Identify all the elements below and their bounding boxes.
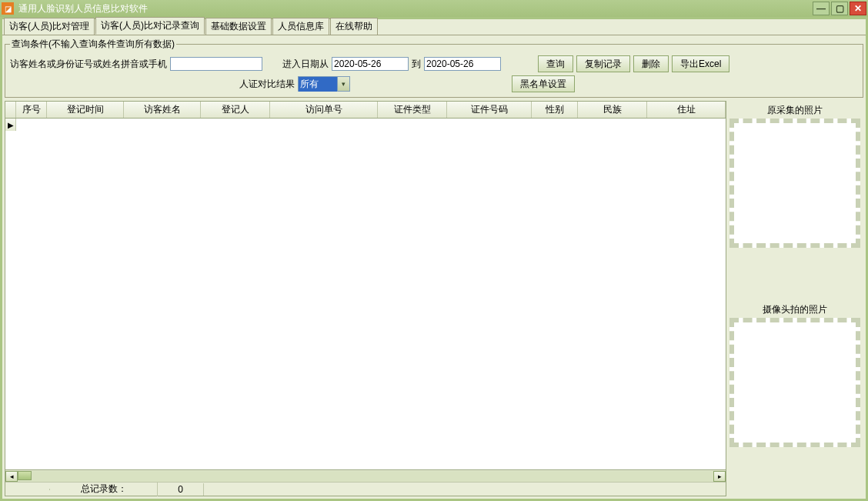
title-bar: ◪ 通用人脸识别人员信息比对软件 ― ▢ ✕ bbox=[0, 0, 868, 17]
scroll-right-button[interactable]: ▸ bbox=[713, 471, 726, 482]
result-label: 人证对比结果 bbox=[239, 78, 295, 91]
result-selected: 所有 bbox=[299, 77, 337, 92]
col-regtime[interactable]: 登记时间 bbox=[47, 102, 124, 118]
close-button[interactable]: ✕ bbox=[850, 2, 866, 15]
col-visit-no[interactable]: 访问单号 bbox=[270, 102, 378, 118]
tab-visitor-compare-manage[interactable]: 访客(人员)比对管理 bbox=[4, 18, 95, 35]
photo-panel: 原采集的照片 摄像头拍的照片 bbox=[726, 101, 863, 496]
col-address[interactable]: 住址 bbox=[647, 102, 726, 118]
window-title: 通用人脸识别人员信息比对软件 bbox=[18, 2, 811, 15]
name-input[interactable] bbox=[170, 57, 262, 71]
name-label: 访客姓名或身份证号或姓名拼音或手机 bbox=[10, 58, 167, 71]
delete-button[interactable]: 删除 bbox=[633, 55, 669, 72]
scroll-left-button[interactable]: ◂ bbox=[5, 471, 18, 482]
blacklist-button[interactable]: 黑名单设置 bbox=[512, 75, 575, 92]
col-id-type[interactable]: 证件类型 bbox=[378, 102, 447, 118]
minimize-button[interactable]: ― bbox=[813, 2, 830, 15]
scroll-thumb[interactable] bbox=[18, 471, 32, 480]
date-from-label: 进入日期从 bbox=[282, 58, 329, 71]
camera-photo-box bbox=[729, 318, 860, 447]
tab-person-info-db[interactable]: 人员信息库 bbox=[272, 18, 329, 35]
grid-statusbar: 总记录数： 0 bbox=[5, 482, 726, 496]
row-selector-header bbox=[5, 102, 16, 118]
tab-panel: 查询条件(不输入查询条件查询所有数据) 访客姓名或身份证号或姓名拼音或手机 进入… bbox=[2, 35, 866, 499]
original-photo-label: 原采集的照片 bbox=[729, 102, 860, 119]
grid-header: 序号 登记时间 访客姓名 登记人 访问单号 证件类型 证件号码 性别 民族 住址 bbox=[5, 102, 726, 119]
grid-body[interactable]: ▶ bbox=[5, 119, 726, 469]
tab-base-data-settings[interactable]: 基础数据设置 bbox=[205, 18, 272, 35]
data-grid[interactable]: 序号 登记时间 访客姓名 登记人 访问单号 证件类型 证件号码 性别 民族 住址… bbox=[5, 101, 726, 496]
client-area: 访客(人员)比对管理 访客(人员)比对记录查询 基础数据设置 人员信息库 在线帮… bbox=[2, 18, 866, 499]
current-row-indicator: ▶ bbox=[5, 119, 16, 131]
scroll-track[interactable] bbox=[18, 471, 713, 482]
original-photo-box bbox=[729, 119, 860, 248]
col-visitor-name[interactable]: 访客姓名 bbox=[124, 102, 201, 118]
export-excel-button[interactable]: 导出Excel bbox=[672, 55, 729, 72]
search-legend: 查询条件(不输入查询条件查询所有数据) bbox=[10, 38, 176, 51]
grid-hscrollbar[interactable]: ◂ ▸ bbox=[5, 469, 726, 482]
tab-online-help[interactable]: 在线帮助 bbox=[330, 18, 378, 35]
result-select[interactable]: 所有 ▾ bbox=[298, 76, 350, 92]
copy-record-button[interactable]: 复制记录 bbox=[576, 55, 630, 72]
total-records-label: 总记录数： bbox=[50, 482, 158, 496]
status-pad bbox=[5, 489, 50, 490]
camera-photo-label: 摄像头拍的照片 bbox=[729, 302, 860, 318]
query-button[interactable]: 查询 bbox=[538, 55, 573, 72]
col-seq[interactable]: 序号 bbox=[16, 102, 47, 118]
tab-strip: 访客(人员)比对管理 访客(人员)比对记录查询 基础数据设置 人员信息库 在线帮… bbox=[2, 19, 866, 35]
col-gender[interactable]: 性别 bbox=[532, 102, 578, 118]
col-registrar[interactable]: 登记人 bbox=[201, 102, 270, 118]
chevron-down-icon: ▾ bbox=[337, 77, 349, 91]
date-to-label: 到 bbox=[412, 58, 421, 71]
col-id-number[interactable]: 证件号码 bbox=[447, 102, 532, 118]
maximize-button[interactable]: ▢ bbox=[831, 2, 848, 15]
date-from-input[interactable] bbox=[332, 57, 409, 71]
total-records-value: 0 bbox=[158, 483, 204, 496]
app-icon: ◪ bbox=[2, 2, 14, 15]
date-to-input[interactable] bbox=[424, 57, 501, 71]
col-ethnicity[interactable]: 民族 bbox=[578, 102, 647, 118]
search-conditions: 查询条件(不输入查询条件查询所有数据) 访客姓名或身份证号或姓名拼音或手机 进入… bbox=[5, 38, 863, 98]
tab-visitor-compare-query[interactable]: 访客(人员)比对记录查询 bbox=[95, 17, 205, 35]
